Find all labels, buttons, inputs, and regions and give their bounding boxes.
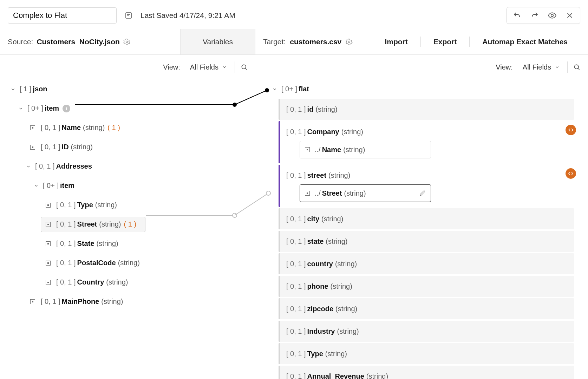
svg-point-18: [574, 65, 579, 69]
source-file: Customers_NoCity.json: [37, 38, 120, 46]
svg-line-17: [245, 68, 247, 70]
chevron-down-icon[interactable]: [10, 86, 16, 92]
export-button[interactable]: Export: [421, 38, 470, 46]
source-field-postalcode[interactable]: [ 0, 1 ] PostalCode (string): [0, 253, 255, 273]
source-field-id[interactable]: [ 0, 1 ] ID (string): [0, 137, 255, 157]
target-field-type[interactable]: [ 0, 1 ] Type (string): [279, 343, 574, 364]
mapping-count-badge: ( 1 ): [107, 124, 120, 132]
field-handle-icon[interactable]: [46, 241, 51, 246]
notes-icon[interactable]: [124, 11, 133, 20]
chevron-down-icon: [222, 65, 227, 70]
map-title-input[interactable]: [8, 7, 117, 24]
target-field-country[interactable]: [ 0, 1 ] country (string): [279, 253, 574, 274]
svg-rect-0: [126, 13, 131, 18]
target-label: Target:: [263, 38, 286, 46]
target-view-value: All Fields: [523, 63, 551, 71]
automap-button[interactable]: Automap Exact Matches: [470, 38, 580, 46]
source-label: Source:: [8, 38, 33, 46]
field-handle-icon[interactable]: [46, 203, 51, 208]
field-handle-icon[interactable]: [30, 145, 35, 150]
field-handle-icon[interactable]: [46, 222, 51, 227]
source-field-type[interactable]: [ 0, 1 ] Type (string): [0, 195, 255, 215]
source-node-addresses-item[interactable]: [ 0+ ] item: [0, 176, 255, 195]
source-header: Source: Customers_NoCity.json: [0, 29, 180, 54]
svg-point-3: [551, 14, 554, 17]
top-actions-toolbar: [507, 7, 580, 24]
field-handle-icon: [305, 147, 310, 152]
svg-point-7: [348, 41, 350, 43]
svg-point-16: [242, 65, 246, 69]
source-view-value: All Fields: [190, 63, 218, 71]
variables-tab[interactable]: Variables: [180, 29, 255, 54]
target-field-industry[interactable]: [ 0, 1 ] Industry (string): [279, 321, 574, 342]
field-handle-icon[interactable]: [30, 125, 35, 130]
source-field-state[interactable]: [ 0, 1 ] State (string): [0, 234, 255, 253]
target-field-id[interactable]: [ 0, 1 ] id (string): [279, 99, 574, 120]
mapping-chip-street[interactable]: ../ Street (string): [300, 184, 431, 202]
close-icon[interactable]: [565, 11, 574, 20]
svg-point-6: [126, 41, 128, 43]
chevron-down-icon: [555, 65, 560, 70]
target-view-label: View:: [496, 63, 513, 71]
field-handle-icon[interactable]: [46, 280, 51, 285]
field-handle-icon[interactable]: [30, 299, 35, 304]
target-field-phone[interactable]: [ 0, 1 ] phone (string): [279, 276, 574, 297]
mapping-count-badge: ( 1 ): [124, 220, 137, 228]
target-node-flat[interactable]: [ 0+ ] flat: [269, 79, 588, 99]
redo-icon[interactable]: [530, 11, 539, 20]
transform-icon[interactable]: [566, 168, 576, 179]
source-node-item[interactable]: [ 0+ ] item i: [0, 99, 255, 118]
edit-icon[interactable]: [419, 190, 426, 196]
target-view-dropdown[interactable]: All Fields: [521, 62, 562, 73]
target-field-city[interactable]: [ 0, 1 ] city (string): [279, 208, 574, 229]
transform-icon[interactable]: [566, 125, 576, 135]
target-header: Target: customers.csv Import Export Auto…: [255, 29, 588, 54]
chevron-down-icon[interactable]: [18, 105, 24, 112]
source-search-icon[interactable]: [241, 64, 248, 71]
target-field-annual-revenue[interactable]: [ 0, 1 ] Annual_Revenue (string): [279, 366, 574, 379]
source-view-dropdown[interactable]: All Fields: [188, 62, 229, 73]
source-view-label: View:: [163, 63, 180, 71]
source-field-street[interactable]: [ 0, 1 ] Street (string) ( 1 ): [0, 215, 255, 234]
target-field-company[interactable]: [ 0, 1 ] Company (string) ../ Name (stri…: [279, 121, 574, 163]
source-settings-icon[interactable]: [123, 38, 130, 45]
target-search-icon[interactable]: [573, 64, 580, 71]
source-field-country[interactable]: [ 0, 1 ] Country (string): [0, 273, 255, 292]
chevron-down-icon[interactable]: [272, 86, 278, 92]
chevron-down-icon[interactable]: [25, 163, 32, 170]
target-field-zipcode[interactable]: [ 0, 1 ] zipcode (string): [279, 298, 574, 319]
last-saved-label: Last Saved 4/17/24, 9:21 AM: [141, 11, 235, 20]
undo-icon[interactable]: [512, 11, 522, 20]
target-field-street[interactable]: [ 0, 1 ] street (string) ../ Street (str…: [279, 165, 574, 207]
source-field-mainphone[interactable]: [ 0, 1 ] MainPhone (string): [0, 292, 255, 311]
import-button[interactable]: Import: [372, 38, 420, 46]
field-handle-icon[interactable]: [46, 261, 51, 266]
field-handle-icon: [305, 191, 310, 196]
info-icon[interactable]: i: [63, 105, 70, 112]
chevron-down-icon[interactable]: [33, 183, 39, 189]
source-node-addresses[interactable]: [ 0, 1 ] Addresses: [0, 157, 255, 176]
target-file: customers.csv: [290, 38, 341, 46]
preview-icon[interactable]: [548, 11, 557, 20]
target-settings-icon[interactable]: [346, 38, 353, 45]
svg-line-19: [578, 68, 579, 70]
source-field-name[interactable]: [ 0, 1 ] Name (string) ( 1 ): [0, 118, 255, 137]
target-field-state[interactable]: [ 0, 1 ] state (string): [279, 231, 574, 252]
source-node-json[interactable]: [ 1 ] json: [0, 79, 255, 99]
mapping-chip-company[interactable]: ../ Name (string): [300, 141, 431, 158]
